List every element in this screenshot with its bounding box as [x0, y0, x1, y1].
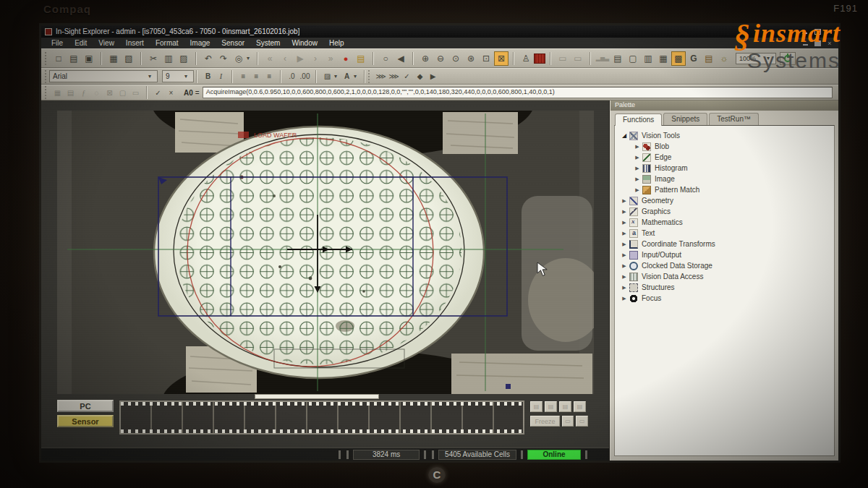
align-left-icon[interactable]: ≡ — [237, 70, 250, 82]
menu-file[interactable]: File — [46, 39, 69, 47]
new-icon[interactable]: □ — [51, 51, 66, 66]
expander-icon[interactable]: ▶ — [634, 176, 641, 182]
playback-play-icon[interactable]: ▶ — [293, 51, 307, 66]
snippet-flow-2-icon[interactable]: ⋙ — [388, 70, 400, 82]
restore-button-icon[interactable] — [813, 28, 822, 35]
expander-icon[interactable]: ▶ — [634, 187, 641, 193]
disabled-tool-icon[interactable]: ▭ — [556, 51, 570, 66]
menu-format[interactable]: Format — [150, 39, 184, 47]
expander-icon[interactable]: ▶ — [621, 198, 628, 204]
fill-color-icon[interactable]: ▨ — [321, 70, 333, 82]
expander-icon[interactable]: ▶ — [634, 144, 641, 150]
zoom-rotate-icon[interactable]: ⊛ — [464, 51, 478, 66]
tree-item-structures[interactable]: ▶ Structures — [618, 282, 831, 293]
freeze-button[interactable]: Freeze — [530, 416, 560, 427]
font-color-icon[interactable]: A — [341, 70, 353, 82]
tree-item-focus[interactable]: ▶ Focus — [618, 293, 831, 304]
led-grid-icon[interactable] — [534, 53, 545, 64]
filmstrip-option-2-button[interactable]: ▭ — [576, 416, 588, 427]
online-toggle-button[interactable] — [780, 52, 796, 65]
highlight-overlay-icon[interactable]: ▩ — [671, 51, 686, 66]
zoom-in-icon[interactable]: ⊕ — [418, 51, 433, 66]
expander-icon[interactable]: ▶ — [621, 285, 628, 291]
expander-icon[interactable]: ▶ — [621, 263, 628, 269]
sensor-button[interactable]: Sensor — [57, 415, 114, 427]
expander-icon[interactable]: ▶ — [621, 209, 628, 215]
cancel-formula-icon[interactable]: × — [165, 87, 177, 99]
filmstrip-next-button[interactable]: ▤ — [559, 401, 571, 412]
cut-icon[interactable]: ✂ — [146, 51, 161, 66]
new-window-icon[interactable]: ▢ — [626, 51, 640, 66]
tab-snippets[interactable]: Snippets — [663, 113, 707, 125]
tree-item-histogram[interactable]: ▶ Histogram — [618, 163, 831, 174]
table-view-icon[interactable]: ▤ — [64, 87, 77, 99]
undo-icon[interactable]: ↶ — [201, 51, 216, 66]
tab-functions[interactable]: Functions — [615, 114, 662, 126]
menu-help[interactable]: Help — [323, 39, 350, 47]
insert-function-icon[interactable]: ƒ — [77, 87, 90, 99]
font-size-select[interactable]: 9 ▾ — [162, 70, 194, 82]
expander-icon[interactable]: ▶ — [621, 274, 628, 280]
tree-item-image[interactable]: ▶ Image — [618, 174, 831, 184]
image-overlay-icon[interactable]: ▤ — [702, 51, 716, 66]
tree-item-mathematics[interactable]: ▶ Mathematics — [618, 217, 831, 228]
redo-icon[interactable]: ↷ — [216, 51, 231, 66]
bold-icon[interactable]: B — [202, 70, 214, 82]
zoom-out-icon[interactable]: ⊖ — [433, 51, 448, 66]
menu-image[interactable]: Image — [184, 39, 216, 47]
font-tool-icon[interactable]: G — [686, 51, 701, 66]
tree-item-pattern-match[interactable]: ▶ Pattern Match — [618, 184, 831, 195]
spreadsheet-view-icon[interactable]: ▤ — [610, 51, 625, 66]
disabled-tool-2-icon[interactable]: ▭ — [571, 51, 585, 66]
tree-item-clocked-data-storage[interactable]: ▶ Clocked Data Storage — [618, 260, 831, 271]
tree-item-edge[interactable]: ▶ Edge — [618, 152, 831, 163]
playback-next-icon[interactable]: › — [308, 51, 323, 66]
camera-icon[interactable]: ◀ — [393, 51, 408, 66]
new-job-icon[interactable]: ▧ — [122, 51, 136, 66]
mdi-close-icon[interactable]: × — [825, 40, 834, 47]
font-color-dropdown-icon[interactable]: ▾ — [354, 73, 359, 80]
expander-icon[interactable]: ▶ — [634, 166, 641, 171]
close-button-icon[interactable]: × — [826, 28, 835, 35]
italic-icon[interactable]: I — [215, 70, 227, 82]
snippet-run-icon[interactable]: ▶ — [427, 70, 439, 82]
circle-tool-icon[interactable]: ○ — [378, 51, 393, 66]
pc-button[interactable]: PC — [57, 400, 114, 412]
tab-testrun[interactable]: TestRun™ — [709, 113, 759, 125]
tree-item-geometry[interactable]: ▶ Geometry — [618, 195, 831, 206]
mdi-restore-icon[interactable] — [813, 40, 822, 47]
zoom-level-select[interactable]: 100% ▾ — [736, 53, 776, 64]
menu-system[interactable]: System — [250, 39, 286, 47]
playback-last-icon[interactable]: » — [323, 51, 338, 66]
copy-icon[interactable]: ▥ — [161, 51, 176, 66]
tree-item-coordinate-transforms[interactable]: ▶ Coordinate Transforms — [618, 239, 831, 249]
menu-sensor[interactable]: Sensor — [216, 39, 250, 47]
chart-icon[interactable]: ▂▅▃ — [595, 51, 610, 66]
print-icon[interactable]: ▦ — [106, 51, 121, 66]
tree-item-vision-data-access[interactable]: ▶ Vision Data Access — [618, 271, 831, 282]
playback-prev-icon[interactable]: ‹ — [278, 51, 292, 66]
show-grid-icon[interactable]: ▦ — [51, 87, 64, 99]
filmstrip-prev-button[interactable]: ▤ — [545, 401, 557, 412]
snippet-diamond-icon[interactable]: ◆ — [414, 70, 426, 82]
expander-icon[interactable]: ◢ — [621, 132, 628, 139]
tree-item-input-output[interactable]: ▶ Input/Output — [618, 249, 831, 260]
expander-icon[interactable]: ▶ — [621, 231, 628, 236]
filmstrip-first-button[interactable]: ▤ — [530, 401, 542, 412]
zoom-normal-icon[interactable]: ⊙ — [448, 51, 463, 66]
expander-icon[interactable]: ▶ — [634, 155, 641, 160]
expander-icon[interactable]: ▶ — [621, 296, 628, 301]
camera-image-view[interactable]: LOAD WAFER — [57, 111, 594, 394]
formula-input[interactable]: AcquireImage(0,0.6,0.950,10,0,0,600,800,… — [203, 87, 833, 98]
filmstrip-last-button[interactable]: ▤ — [574, 401, 586, 412]
snippet-check-icon[interactable]: ✓ — [401, 70, 413, 82]
lasso-select-icon[interactable]: ◌ — [90, 87, 103, 99]
menu-window[interactable]: Window — [286, 39, 323, 47]
tree-item-graphics[interactable]: ▶ Graphics — [618, 206, 831, 217]
format-toolbar-grip[interactable] — [45, 70, 47, 83]
user-access-icon[interactable]: ♙ — [519, 51, 533, 66]
align-center-icon[interactable]: ≡ — [250, 70, 263, 82]
toolbar-grip[interactable] — [45, 52, 47, 65]
filmstrip-option-button[interactable]: ▭ — [562, 416, 574, 427]
filmstrip-scrollbar[interactable] — [255, 394, 379, 399]
